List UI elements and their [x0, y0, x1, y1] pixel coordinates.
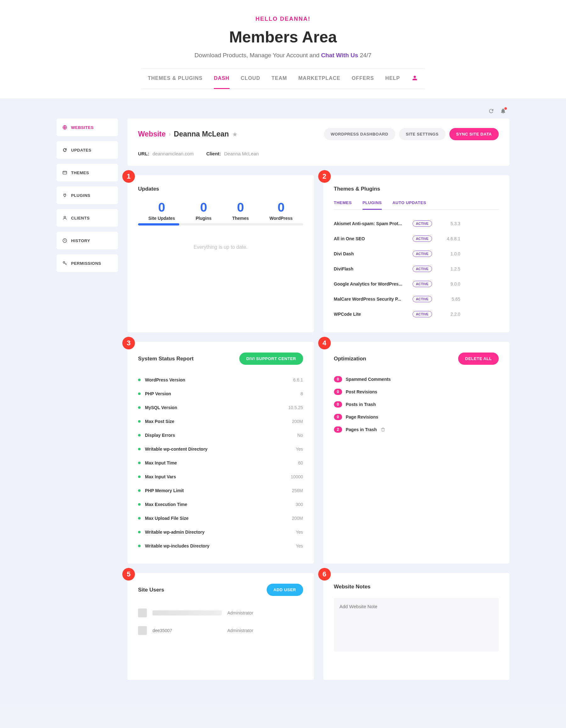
sidebar-item-updates[interactable]: UPDATES — [57, 141, 118, 159]
status-name: Display Errors — [145, 433, 297, 438]
chat-link[interactable]: Chat With Us — [321, 52, 358, 58]
status-value: Yes — [296, 447, 303, 452]
status-badge: ACTIVE — [413, 266, 432, 272]
status-name: Writable wp-includes Directory — [145, 543, 296, 548]
sidebar-item-plugins[interactable]: PLUGINS — [57, 186, 118, 204]
annotation-badge: 1 — [122, 170, 135, 183]
plugin-version: 5.65 — [438, 297, 460, 302]
stat-label: Plugins — [196, 216, 212, 221]
client-label: Client: — [206, 151, 221, 156]
add-user-button[interactable]: ADD USER — [267, 584, 303, 596]
stat-item[interactable]: 0Themes — [232, 200, 249, 221]
status-name: PHP Version — [145, 391, 301, 396]
site-settings-button[interactable]: SITE SETTINGS — [399, 128, 446, 140]
status-value: 6.6.1 — [293, 377, 303, 382]
sidebar-item-permissions[interactable]: PERMISSIONS — [57, 254, 118, 272]
status-row: Writable wp-includes DirectoryYes — [138, 539, 303, 553]
annotation-badge: 5 — [122, 568, 135, 581]
plugin-name: Divi Dash — [334, 251, 406, 256]
person-icon[interactable] — [411, 75, 418, 83]
stat-item[interactable]: 0Plugins — [196, 200, 212, 221]
card-title: Website Notes — [334, 584, 371, 590]
plugin-version: 1.2.5 — [438, 266, 460, 271]
plugin-row[interactable]: MalCare WordPress Security P...ACTIVE5.6… — [334, 292, 499, 307]
optimization-row: 2Pages in Trash — [334, 423, 499, 436]
page-title: Members Area — [0, 28, 566, 46]
top-nav-item-marketplace[interactable]: MARKETPLACE — [298, 69, 341, 89]
status-value: Yes — [296, 530, 303, 535]
card-title: Site Users — [138, 587, 164, 593]
annotation-badge: 3 — [122, 337, 135, 349]
divi-support-center-button[interactable]: DIVI SUPPORT CENTER — [239, 353, 303, 365]
status-badge: ACTIVE — [413, 281, 432, 287]
plugin-row[interactable]: WPCode LiteACTIVE2.2.0 — [334, 307, 499, 322]
top-nav-item-themes-plugins[interactable]: THEMES & PLUGINS — [148, 69, 203, 89]
user-row[interactable]: dee35007Administrator — [138, 622, 303, 639]
stat-item[interactable]: 0WordPress — [269, 200, 293, 221]
status-badge: ACTIVE — [413, 236, 432, 242]
top-nav-item-cloud[interactable]: CLOUD — [241, 69, 260, 89]
star-icon[interactable]: ★ — [232, 131, 238, 138]
top-nav-item-team[interactable]: TEAM — [271, 69, 287, 89]
top-nav-item-dash[interactable]: DASH — [214, 69, 229, 89]
wordpress-dashboard-button[interactable]: WORDPRESS DASHBOARD — [324, 128, 395, 140]
sync-site-data-button[interactable]: SYNC SITE DATA — [449, 128, 499, 140]
stat-item[interactable]: 0Site Updates — [148, 200, 175, 221]
card-title: System Status Report — [138, 356, 194, 362]
annotation-badge: 4 — [318, 337, 331, 349]
plugin-row[interactable]: Google Analytics for WordPres...ACTIVE9.… — [334, 276, 499, 292]
plugin-name: All in One SEO — [334, 236, 406, 241]
url-label: URL: — [138, 151, 149, 156]
tab-themes[interactable]: THEMES — [334, 200, 352, 210]
breadcrumb-root[interactable]: Website — [138, 130, 166, 138]
client-value: Deanna McLean — [224, 151, 259, 156]
status-row: MySQL Version10.5.25 — [138, 401, 303, 414]
plugin-version: 2.2.0 — [438, 312, 460, 317]
status-dot-icon — [138, 406, 141, 409]
sidebar-item-themes[interactable]: THEMES — [57, 164, 118, 181]
plugin-row[interactable]: Akismet Anti-spam: Spam Prot...ACTIVE5.3… — [334, 216, 499, 231]
clock-icon — [62, 238, 67, 243]
card-title: Themes & Plugins — [334, 186, 380, 192]
sidebar-item-websites[interactable]: WEBSITES — [57, 119, 118, 136]
bell-icon[interactable] — [500, 108, 506, 115]
status-name: Writable wp-content Directory — [145, 447, 296, 452]
trash-icon[interactable] — [380, 427, 386, 432]
status-value: 8 — [301, 391, 303, 396]
website-note-input[interactable] — [334, 598, 499, 652]
top-nav-item-help[interactable]: HELP — [385, 69, 400, 89]
stat-number: 0 — [232, 200, 249, 214]
breadcrumb-site-name: Deanna McLean — [174, 130, 229, 138]
plugin-row[interactable]: DiviFlashACTIVE1.2.5 — [334, 261, 499, 276]
stat-label: Site Updates — [148, 216, 175, 221]
user-name — [153, 610, 222, 615]
optimization-label: Page Revisions — [346, 414, 379, 420]
tab-plugins[interactable]: PLUGINS — [363, 200, 382, 210]
avatar — [138, 609, 147, 617]
sidebar-item-history[interactable]: HISTORY — [57, 232, 118, 249]
tab-auto-updates[interactable]: AUTO UPDATES — [392, 200, 426, 210]
user-row[interactable]: Administrator — [138, 604, 303, 622]
stat-number: 0 — [148, 200, 175, 214]
optimization-row: 0Page Revisions — [334, 411, 499, 423]
annotation-badge: 6 — [318, 568, 331, 581]
plugin-version: 9.0.0 — [438, 281, 460, 286]
sidebar-item-clients[interactable]: CLIENTS — [57, 209, 118, 227]
status-name: MySQL Version — [145, 405, 288, 410]
plugin-name: Google Analytics for WordPres... — [334, 281, 406, 286]
delete-all-button[interactable]: DELETE ALL — [458, 353, 499, 365]
status-dot-icon — [138, 392, 141, 395]
key-icon — [62, 261, 67, 266]
plugin-row[interactable]: Divi DashACTIVE1.0.0 — [334, 246, 499, 261]
top-nav-item-offers[interactable]: OFFERS — [352, 69, 374, 89]
refresh-icon[interactable] — [488, 108, 494, 115]
plugin-version: 5.3.3 — [438, 221, 460, 226]
status-row: Max Input Time60 — [138, 456, 303, 470]
status-name: Max Execution Time — [145, 502, 296, 507]
plugin-row[interactable]: All in One SEOACTIVE4.6.8.1 — [334, 231, 499, 246]
status-badge: ACTIVE — [413, 311, 432, 317]
stat-number: 0 — [269, 200, 293, 214]
count-badge: 0 — [334, 401, 342, 408]
optimization-row: 0Posts in Trash — [334, 398, 499, 411]
url-value[interactable]: deannamclean.com — [153, 151, 194, 156]
